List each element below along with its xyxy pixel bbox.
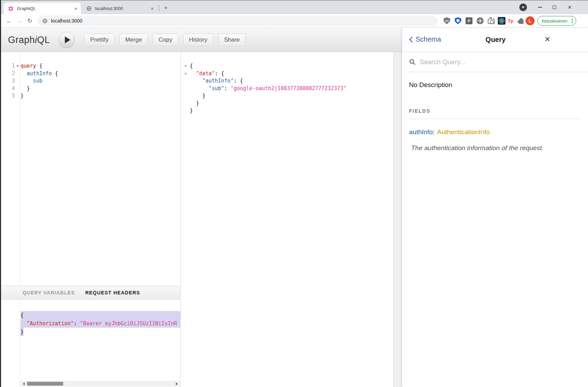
chevron-down-icon — [522, 7, 525, 8]
graphql-logo-icon — [8, 6, 14, 11]
browser-tab-localhost[interactable]: localhost:3000 × — [82, 3, 157, 14]
tp-icon: Tp — [507, 17, 514, 25]
toolbar-buttons: Prettify Merge Copy History Share — [84, 34, 246, 46]
camera-icon — [488, 19, 495, 24]
code-line: 3 sub — [1, 77, 180, 85]
tp-extension-icon[interactable]: Tp — [506, 17, 515, 25]
merge-button[interactable]: Merge — [119, 34, 148, 46]
search-icon — [409, 59, 416, 65]
close-icon[interactable]: × — [151, 6, 154, 11]
horizontal-scrollbar[interactable] — [20, 381, 180, 386]
code-line: "sub": "google-oauth2|108377380082777232… — [182, 85, 393, 93]
code-line: 2 authInfo { — [1, 70, 180, 78]
tab-request-headers[interactable]: REQUEST HEADERS — [85, 290, 140, 295]
variables-titlebar: QUERY VARIABLES REQUEST HEADERS — [1, 286, 180, 300]
reload-button[interactable]: ↻ — [25, 14, 35, 27]
new-tab-button[interactable]: + — [161, 3, 170, 12]
code-line: 5 } — [1, 92, 180, 100]
type-description: No Description — [409, 81, 581, 89]
graphiql-logo: GraphiQL — [8, 28, 50, 52]
code-line: 2 "Authorization": "Bearer eyJhbGciOiJSU… — [1, 319, 180, 328]
crosshair-extension-icon[interactable] — [476, 17, 484, 25]
shield-icon — [455, 17, 461, 24]
screenshot-extension-icon[interactable] — [487, 17, 495, 25]
address-bar[interactable]: localhost:3000 — [38, 16, 437, 26]
execute-query-button[interactable] — [59, 32, 75, 48]
query-editor[interactable]: 1 query { 2 authInfo { 3 sub 4 — [1, 52, 180, 286]
p-icon: P — [466, 17, 472, 24]
browser-window: GraphiQL × localhost:3000 × + × ← → ↻ — [0, 0, 588, 387]
triangle-left-icon — [23, 382, 25, 385]
request-headers-editor[interactable]: 1 { 2 "Authorization": "Bearer eyJhbGciO… — [1, 300, 180, 387]
result-viewer[interactable]: { "data": { "authInfo": { "sub": "google… — [182, 52, 393, 387]
tab-query-variables[interactable]: QUERY VARIABLES — [23, 290, 75, 295]
maximize-icon — [553, 6, 556, 9]
scroll-left-button[interactable] — [21, 381, 26, 386]
browser-tab-graphiql[interactable]: GraphiQL × — [4, 3, 81, 14]
downloads-button[interactable] — [519, 3, 527, 11]
atom-icon — [498, 17, 505, 25]
code-line: "data": { — [182, 70, 393, 78]
extensions-menu-button[interactable] — [516, 17, 525, 25]
update-label: Aktualisieren — [542, 18, 567, 24]
fields-heading: FIELDS — [409, 108, 581, 114]
scrollbar-thumb[interactable] — [27, 382, 63, 386]
result-scrollbar-area — [393, 52, 402, 387]
back-button[interactable]: ← — [4, 14, 14, 27]
code-line: } — [182, 107, 393, 115]
field-row: authInfo:AuthenticationInfo — [409, 128, 581, 136]
field-description: The authentication information of the re… — [409, 144, 581, 152]
kebab-menu-icon[interactable] — [572, 19, 573, 23]
tab-strip: GraphiQL × localhost:3000 × + × — [1, 0, 588, 14]
code-line: } — [182, 100, 393, 108]
graphiql-toolbar: GraphiQL Prettify Merge Copy History Sha… — [1, 28, 402, 52]
share-button[interactable]: Share — [218, 34, 246, 46]
code-line: "authInfo": { — [182, 77, 393, 85]
scroll-right-button[interactable] — [174, 381, 179, 386]
play-icon — [65, 36, 70, 43]
query-editor-pane: 1 query { 2 authInfo { 3 sub 4 — [1, 52, 181, 387]
doc-explorer-header: Schema Query × — [402, 28, 588, 52]
history-button[interactable]: History — [183, 34, 213, 46]
profile-avatar[interactable]: L — [526, 16, 535, 25]
shield-icon: UO — [444, 17, 450, 24]
window-minimize-button[interactable] — [534, 0, 546, 14]
window-close-button[interactable]: × — [564, 0, 576, 14]
code-line: 1 query { — [1, 62, 180, 70]
field-type-link[interactable]: AuthenticationInfo — [437, 128, 490, 136]
doc-body: No Description FIELDS authInfo:Authentic… — [402, 72, 588, 152]
address-url: localhost:3000 — [51, 18, 82, 24]
copy-button[interactable]: Copy — [153, 34, 178, 46]
tab-title: GraphiQL — [17, 6, 71, 11]
fold-arrow-icon[interactable] — [184, 65, 187, 67]
doc-search-input[interactable] — [419, 58, 579, 66]
fold-arrow-icon[interactable] — [184, 73, 187, 75]
globe-icon — [42, 18, 48, 24]
fold-arrow-icon[interactable] — [16, 65, 19, 67]
code-line: 1 { — [1, 311, 180, 319]
triangle-right-icon — [176, 382, 178, 385]
p-extension-icon[interactable]: P — [465, 17, 473, 25]
doc-panel-title: Query — [402, 36, 588, 44]
ublock-extension-icon[interactable]: UO — [443, 17, 451, 25]
doc-close-button[interactable]: × — [545, 33, 550, 45]
window-maximize-button[interactable] — [548, 0, 560, 14]
crosshair-icon — [477, 17, 484, 24]
divider — [409, 119, 581, 119]
react-devtools-extension-icon[interactable] — [497, 17, 506, 25]
code-line: } — [182, 92, 393, 100]
prettify-button[interactable]: Prettify — [84, 34, 114, 46]
bitwarden-extension-icon[interactable] — [454, 17, 462, 25]
tab-title: localhost:3000 — [95, 6, 147, 11]
forward-button[interactable]: → — [14, 14, 25, 27]
field-name-link[interactable]: authInfo — [409, 128, 433, 136]
code-line: 4 } — [1, 85, 180, 93]
puzzle-icon — [519, 19, 523, 24]
browser-toolbar: ← → ↻ localhost:3000 UO P Tp L Aktualisi… — [1, 14, 588, 28]
graphiql-app: GraphiQL Prettify Merge Copy History Sha… — [1, 28, 588, 387]
close-icon[interactable]: × — [74, 6, 77, 11]
doc-search — [409, 52, 588, 72]
code-line: 3 } — [1, 328, 180, 336]
tab-separator — [159, 5, 159, 11]
chrome-update-button[interactable]: Aktualisieren — [537, 16, 576, 26]
